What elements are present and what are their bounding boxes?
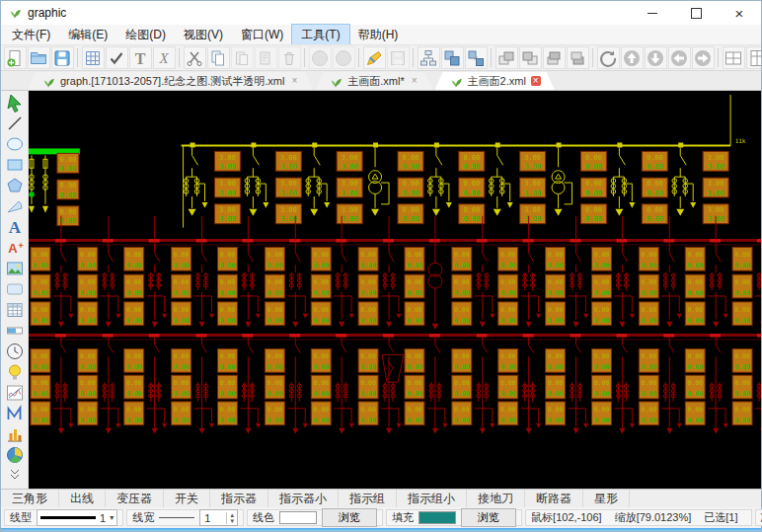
mid-bay[interactable]: 0.000.000.000.000.000.00	[732, 216, 761, 338]
bottom-bay[interactable]: 0.000.000.000.000.000.00	[591, 338, 634, 434]
element-tab-transformer[interactable]: 变压器	[106, 490, 164, 507]
save-icon[interactable]	[51, 46, 74, 69]
ellipse-tool[interactable]	[3, 133, 27, 154]
element-tab-star[interactable]: 星形	[583, 490, 630, 507]
curve-chart-tool[interactable]	[3, 382, 27, 403]
bulb-tool[interactable]	[3, 361, 27, 382]
menu-edit[interactable]: 编辑(E)	[59, 25, 116, 45]
move-down-icon[interactable]	[645, 46, 667, 69]
top-bay[interactable]: 3.003.003.001.003.003.00	[672, 142, 728, 223]
menu-view[interactable]: 视图(V)	[175, 25, 232, 45]
bottom-bay[interactable]: 0.000.000.000.000.000.00	[685, 338, 727, 434]
mid-bay[interactable]: 0.000.000.000.000.000.00	[265, 216, 307, 338]
fill-color-swatch[interactable]	[419, 511, 456, 524]
settings-pen-icon[interactable]	[363, 46, 386, 69]
document-tab-0[interactable]: graph.[171013-2057].纪念之图.测试半透明.xml×	[28, 72, 313, 90]
rectangle-tool[interactable]	[3, 154, 27, 175]
menu-draw[interactable]: 绘图(D)	[116, 25, 175, 45]
more-tools-tool[interactable]	[3, 465, 27, 486]
pie-chart-tool[interactable]	[3, 444, 27, 465]
top-bay[interactable]: 3.003.003.003.003.003.00	[184, 142, 240, 223]
minimize-button[interactable]	[631, 1, 674, 25]
mid-bay[interactable]: 0.000.000.000.000.000.00	[405, 216, 442, 338]
element-tab-triangle[interactable]: 三角形	[1, 490, 59, 507]
paste-special-icon[interactable]	[255, 46, 277, 69]
sector-tool[interactable]	[3, 195, 27, 216]
move-left-icon[interactable]	[668, 46, 691, 69]
mid-bay[interactable]: 0.000.000.000.000.000.00	[591, 216, 634, 338]
menu-window[interactable]: 窗口(W)	[232, 25, 292, 45]
mid-bay[interactable]: 0.000.000.000.000.000.00	[498, 216, 541, 338]
spinner-arrows-icon[interactable]: ▲▼	[226, 512, 237, 524]
tile-horizontal-icon[interactable]	[723, 46, 745, 69]
bottom-bay[interactable]: 0.000.000.000.000.000.00	[732, 338, 761, 434]
drawing-canvas[interactable]: 0.000.000.000.000.000.0011k3.003.003.003…	[29, 91, 761, 489]
top-bay[interactable]: 3.003.003.001.003.003.00	[306, 142, 362, 223]
mid-bay[interactable]: 0.000.000.000.000.000.00	[452, 216, 495, 338]
bottom-bay[interactable]: 0.000.000.000.000.000.00	[311, 338, 353, 434]
mid-bay[interactable]: 0.000.000.000.000.000.00	[639, 216, 681, 338]
mid-bay[interactable]: 0.000.000.000.000.000.00	[685, 216, 727, 338]
delete-icon[interactable]	[278, 46, 301, 69]
mid-bay[interactable]: 0.000.000.000.000.000.00	[172, 216, 214, 338]
schematic-svg[interactable]: 0.000.000.000.000.000.0011k3.003.003.003…	[29, 91, 761, 489]
tab-close-icon[interactable]: ×	[289, 76, 299, 86]
send-backward-icon[interactable]	[567, 46, 589, 69]
bottom-bay[interactable]: 0.000.000.000.000.000.00	[124, 338, 167, 434]
hierarchy-icon[interactable]	[418, 46, 440, 69]
mid-bay[interactable]: 0.000.000.000.000.000.00	[546, 216, 588, 338]
bottom-bay[interactable]: 0.000.000.000.000.000.00	[546, 338, 588, 434]
close-button[interactable]: ×	[718, 1, 761, 25]
cut-icon[interactable]	[184, 46, 206, 69]
mid-bus[interactable]	[29, 241, 761, 245]
mid-bay[interactable]: 0.000.000.000.000.000.00	[311, 216, 353, 338]
check-icon[interactable]	[106, 46, 128, 69]
undo-icon[interactable]	[309, 46, 332, 69]
mid-bay[interactable]: 0.000.000.000.000.000.00	[358, 216, 401, 338]
text-icon[interactable]: T	[129, 46, 152, 69]
bottom-bay[interactable]: 0.000.000.000.000.000.00	[217, 338, 260, 434]
save-as-icon[interactable]	[387, 46, 410, 69]
line-chart-tool[interactable]	[3, 403, 27, 423]
text-add-tool[interactable]: A+	[3, 237, 27, 258]
element-tab-indicator-group-small[interactable]: 指示组小	[397, 490, 467, 507]
move-up-icon[interactable]	[621, 46, 644, 69]
tab-close-icon[interactable]: ×	[531, 76, 541, 86]
menu-tools[interactable]: 工具(T)	[292, 25, 348, 45]
bottom-bay[interactable]: 0.000.000.000.000.000.00	[498, 338, 541, 434]
bottom-bay[interactable]: 0.000.000.000.000.000.00	[172, 338, 214, 434]
group-icon[interactable]	[441, 46, 464, 69]
menu-file[interactable]: 文件(F)	[3, 25, 59, 45]
bottom-bay[interactable]: 0.000.000.000.000.000.00	[265, 338, 307, 434]
element-tab-indicator-group[interactable]: 指示组	[339, 490, 397, 507]
bar-chart-tool[interactable]	[3, 423, 27, 444]
element-tab-breaker[interactable]: 断路器	[525, 490, 583, 507]
open-folder-icon[interactable]	[28, 46, 50, 69]
move-right-icon[interactable]	[692, 46, 715, 69]
bottom-bay[interactable]: 0.000.000.000.000.000.00	[405, 338, 447, 434]
grid-icon[interactable]	[82, 46, 105, 69]
send-to-back-icon[interactable]	[519, 46, 542, 69]
top-bay[interactable]: 0.000.000.000.000.000.00	[552, 142, 606, 223]
paste-icon[interactable]	[231, 46, 254, 69]
button-tool[interactable]	[3, 278, 27, 299]
refresh-icon[interactable]	[597, 46, 620, 69]
clock-tool[interactable]	[3, 341, 27, 361]
lower-bus[interactable]	[29, 336, 761, 340]
line-color-swatch[interactable]	[279, 511, 317, 524]
tile-vertical-icon[interactable]	[746, 46, 762, 69]
element-tab-switch[interactable]: 开关	[164, 490, 210, 507]
text-tool[interactable]: A	[3, 216, 27, 237]
bottom-bay[interactable]: 0.000.000.000.000.000.00	[452, 338, 495, 434]
bottom-bay[interactable]: 0.000.000.000.000.000.00	[78, 338, 120, 434]
bottom-bay[interactable]: 0.000.000.000.000.000.00	[358, 338, 404, 434]
mid-bay[interactable]: 0.000.000.000.000.000.00	[78, 216, 120, 338]
progress-tool[interactable]	[3, 320, 27, 341]
line-tool[interactable]	[3, 113, 27, 133]
fill-browse-button[interactable]: 浏览	[461, 508, 516, 527]
top-bay[interactable]: 3.003.003.003.003.003.00	[245, 142, 301, 223]
table-tool[interactable]	[3, 299, 27, 320]
tab-close-icon[interactable]: ×	[410, 76, 419, 86]
element-tab-ground-knife[interactable]: 接地刀	[467, 490, 525, 507]
document-tab-2[interactable]: 主画面2.xml×	[435, 72, 555, 90]
